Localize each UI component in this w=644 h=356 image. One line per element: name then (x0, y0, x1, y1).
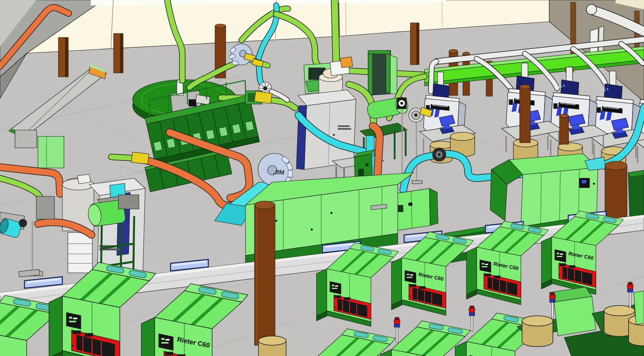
column-front-large (255, 201, 275, 345)
green-doorway-filter (368, 50, 397, 95)
lime-pipe-cyclone (335, 0, 336, 63)
mtl-fan-label: MtL (273, 168, 285, 176)
sliver-can (522, 316, 553, 347)
sliver-can (258, 336, 286, 356)
small-green-cabinet-b (393, 188, 438, 231)
right-edge-dark-box (628, 170, 644, 221)
column-right-large (605, 161, 627, 221)
condenser-cyclone-cabinet (296, 57, 356, 170)
cad-viewport[interactable]: TRÜTZSCHLER TRÜTZSCHLER TRÜTZSCHLER TRÜT… (0, 0, 644, 356)
